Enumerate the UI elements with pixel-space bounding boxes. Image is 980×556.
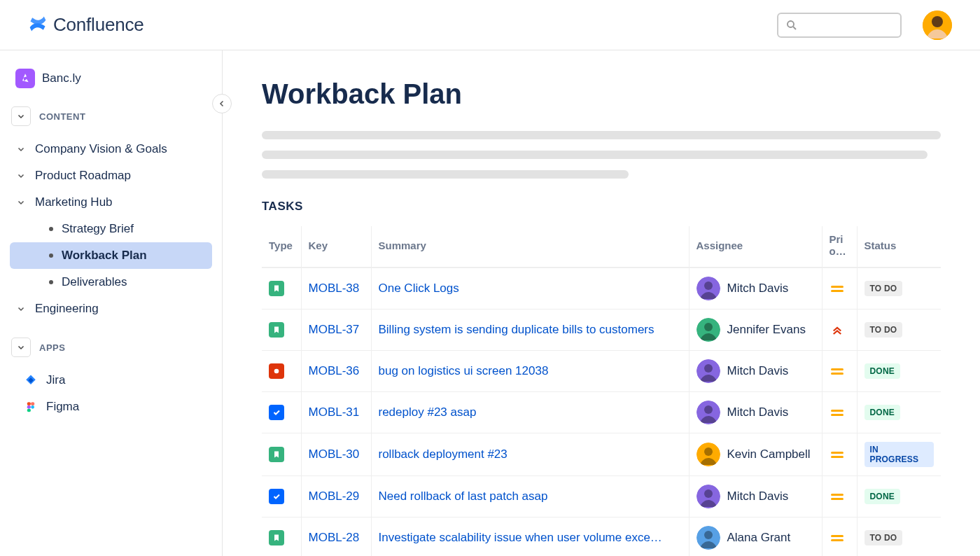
assignee-avatar <box>696 485 720 508</box>
chevron-down-icon <box>15 198 27 207</box>
content-section-header[interactable]: CONTENT <box>10 104 212 129</box>
status-badge: DONE <box>864 489 900 504</box>
svg-point-0 <box>788 21 794 27</box>
assignee-name: Mitch Davis <box>727 364 789 378</box>
apps-section-header[interactable]: APPS <box>10 335 212 360</box>
assignee-avatar <box>696 277 720 300</box>
svg-line-1 <box>793 27 796 29</box>
issue-summary-link[interactable]: redeploy #23 asap <box>379 405 477 419</box>
assignee-avatar <box>696 359 720 383</box>
issue-summary-link[interactable]: bug on logistics ui screen 12038 <box>379 364 549 377</box>
sidebar-item-strategy-brief[interactable]: Strategy Brief <box>10 216 212 242</box>
table-row[interactable]: MOBL-30rollback deployment #23Kevin Camp… <box>262 433 941 476</box>
priority-high-icon <box>830 322 845 338</box>
table-row[interactable]: MOBL-29Need rollback of last patch asapM… <box>262 476 941 517</box>
tasks-table: Type Key Summary Assignee Pri o… Status … <box>262 226 941 556</box>
assignee-avatar <box>696 443 720 466</box>
search-icon <box>785 19 798 32</box>
space-selector[interactable]: Banc.ly <box>10 64 212 92</box>
assignee-cell[interactable]: Mitch Davis <box>696 359 815 383</box>
issue-summary-link[interactable]: rollback deployment #23 <box>379 447 507 461</box>
sidebar-item-product-roadmap[interactable]: Product Roadmap <box>10 162 212 189</box>
issue-key-link[interactable]: MOBL-31 <box>309 405 360 419</box>
col-header-type[interactable]: Type <box>262 226 301 267</box>
svg-point-13 <box>274 369 279 374</box>
sidebar-item-label: Workback Plan <box>62 249 147 263</box>
assignee-name: Mitch Davis <box>727 282 789 296</box>
svg-point-10 <box>704 282 713 290</box>
status-badge: TO DO <box>864 322 903 338</box>
brand[interactable]: Confluence <box>28 14 144 36</box>
search-input[interactable] <box>777 13 902 38</box>
col-header-assignee[interactable]: Assignee <box>689 226 822 267</box>
placeholder-line <box>262 131 941 139</box>
sidebar-item-company-vision[interactable]: Company Vision & Goals <box>10 136 212 162</box>
assignee-cell[interactable]: Alana Grant <box>696 526 815 550</box>
assignee-cell[interactable]: Mitch Davis <box>696 277 815 300</box>
assignee-name: Jennifer Evans <box>727 323 806 337</box>
priority-medium-icon <box>830 363 845 379</box>
issue-summary-link[interactable]: Billing system is sending duplicate bill… <box>379 323 654 336</box>
issue-summary-link[interactable]: One Click Logs <box>379 282 459 295</box>
svg-point-3 <box>932 16 943 27</box>
table-row[interactable]: MOBL-37Billing system is sending duplica… <box>262 310 941 351</box>
issue-key-link[interactable]: MOBL-30 <box>309 447 360 461</box>
story-icon <box>269 281 284 296</box>
status-badge: TO DO <box>864 281 903 296</box>
sidebar-item-label: Product Roadmap <box>35 169 131 183</box>
col-header-priority[interactable]: Pri o… <box>822 226 857 267</box>
issue-key-link[interactable]: MOBL-36 <box>309 364 360 377</box>
sidebar-item-label: Company Vision & Goals <box>35 142 167 156</box>
assignee-cell[interactable]: Mitch Davis <box>696 485 815 508</box>
header-right <box>777 11 952 40</box>
sidebar-item-engineering[interactable]: Engineering <box>10 296 212 322</box>
col-header-key[interactable]: Key <box>301 226 371 267</box>
sidebar-collapse-button[interactable] <box>212 94 232 113</box>
bullet-icon <box>49 227 53 231</box>
story-icon <box>269 447 284 462</box>
jira-icon <box>24 373 38 387</box>
app-label: Jira <box>46 373 65 387</box>
table-row[interactable]: MOBL-31redeploy #23 asapMitch DavisDONE <box>262 392 941 433</box>
assignee-avatar <box>696 318 720 342</box>
col-header-summary[interactable]: Summary <box>371 226 689 267</box>
bullet-icon <box>49 253 53 258</box>
top-header: Confluence <box>0 0 980 50</box>
issue-key-link[interactable]: MOBL-38 <box>309 282 360 295</box>
assignee-cell[interactable]: Kevin Campbell <box>696 443 815 466</box>
tasks-heading: TASKS <box>262 200 941 214</box>
chevron-down-icon <box>15 172 27 180</box>
assignee-name: Mitch Davis <box>727 405 789 419</box>
issue-key-link[interactable]: MOBL-37 <box>309 323 360 336</box>
assignee-cell[interactable]: Jennifer Evans <box>696 318 815 342</box>
issue-key-link[interactable]: MOBL-29 <box>309 489 360 503</box>
sidebar-item-marketing-hub[interactable]: Marketing Hub <box>10 189 212 216</box>
task-icon <box>269 405 284 420</box>
task-icon <box>269 489 284 504</box>
app-figma[interactable]: Figma <box>10 394 212 420</box>
assignee-name: Kevin Campbell <box>727 447 811 461</box>
assignee-name: Alana Grant <box>727 531 791 545</box>
status-badge: IN PROGRESS <box>864 442 934 467</box>
table-row[interactable]: MOBL-28Investigate scalability issue whe… <box>262 517 941 557</box>
app-jira[interactable]: Jira <box>10 367 212 394</box>
col-header-status[interactable]: Status <box>857 226 941 267</box>
table-row[interactable]: MOBL-36bug on logistics ui screen 12038M… <box>262 351 941 392</box>
svg-point-7 <box>31 405 34 409</box>
bullet-icon <box>49 280 53 284</box>
sidebar-item-workback-plan[interactable]: Workback Plan <box>10 242 212 269</box>
issue-key-link[interactable]: MOBL-28 <box>309 531 360 544</box>
svg-rect-4 <box>27 402 31 405</box>
table-row[interactable]: MOBL-38One Click LogsMitch DavisTO DO <box>262 267 941 310</box>
issue-summary-link[interactable]: Need rollback of last patch asap <box>379 489 548 503</box>
story-icon <box>269 530 284 545</box>
priority-medium-icon <box>830 530 845 545</box>
confluence-logo-icon <box>28 14 48 36</box>
issue-summary-link[interactable]: Investigate scalability issue when user … <box>379 531 662 544</box>
svg-rect-6 <box>27 405 31 409</box>
user-avatar[interactable] <box>923 11 952 40</box>
assignee-cell[interactable]: Mitch Davis <box>696 401 815 424</box>
story-icon <box>269 322 284 338</box>
sidebar-item-deliverables[interactable]: Deliverables <box>10 269 212 296</box>
space-icon <box>15 69 35 88</box>
